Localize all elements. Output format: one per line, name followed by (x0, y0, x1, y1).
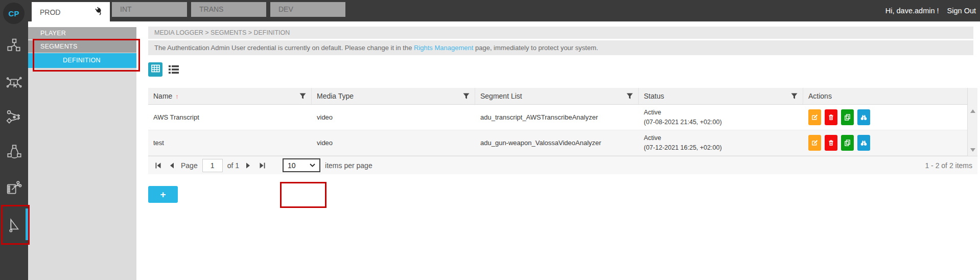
column-header-segment-list[interactable]: Segment List (475, 88, 639, 104)
filter-icon[interactable] (299, 93, 306, 99)
scroll-down-icon[interactable] (970, 148, 975, 152)
scroll-up-icon[interactable] (970, 109, 975, 113)
view-button[interactable] (857, 135, 870, 151)
chevron-down-icon (310, 164, 315, 167)
first-page-button[interactable] (153, 161, 162, 170)
active-section-accent (26, 208, 29, 240)
cell-name: test (148, 130, 312, 155)
previous-page-button[interactable] (167, 161, 176, 170)
table-scrollbar[interactable] (967, 88, 977, 156)
items-range-label: 1 - 2 of 2 items (925, 161, 972, 170)
breadcrumb: MEDIA LOGGER > SEGMENTS > DEFINITION (148, 27, 973, 39)
sort-asc-icon: ↑ (175, 92, 179, 100)
delete-button[interactable] (825, 135, 837, 151)
column-label: Segment List (480, 92, 522, 100)
column-header-media-type[interactable]: Media Type (312, 88, 475, 104)
list-view-button[interactable] (168, 64, 179, 75)
main-content: MEDIA LOGGER > SEGMENTS > DEFINITION The… (136, 21, 980, 280)
sidebar: PLAYER SEGMENTS DEFINITION (28, 27, 136, 280)
list-view-icon (168, 67, 179, 76)
delete-button[interactable] (825, 109, 837, 125)
last-page-button[interactable] (258, 161, 267, 170)
annotation-rect-add-button (280, 182, 326, 208)
tab-trans[interactable]: TRANS (191, 2, 266, 17)
page-of-label: of 1 (227, 161, 239, 170)
credential-warning: The Authentication Admin User credential… (148, 40, 973, 55)
distribution-icon[interactable] (6, 37, 23, 55)
media-logger-icon[interactable] (6, 217, 23, 234)
edit-button[interactable] (808, 109, 821, 125)
status-date: (07-12-2021 16:25, +02:00) (644, 143, 722, 152)
edit-button[interactable] (808, 135, 821, 151)
column-header-name[interactable]: Name ↑ (148, 88, 312, 104)
warning-text-after: page, immediately to protect your system… (473, 44, 598, 52)
tab-prod-label: PROD (40, 5, 60, 20)
media-clip-icon[interactable] (6, 179, 23, 197)
cell-media-type: video (312, 130, 475, 155)
table-row[interactable]: test video adu_gun-weapon_ValossaVideoAn… (148, 130, 967, 156)
sign-out-link[interactable]: Sign Out (947, 7, 976, 15)
page-size-select[interactable]: 10 (283, 158, 320, 172)
cell-name: AWS Transcript (148, 105, 312, 130)
cell-actions (803, 130, 967, 155)
column-label: Name (153, 92, 172, 100)
cell-segment-list: adu_gun-weapon_ValossaVideoAnalyzer (475, 130, 639, 155)
filter-icon[interactable] (463, 93, 470, 99)
column-header-actions: Actions (803, 88, 967, 104)
plug-icon (95, 6, 104, 20)
table-row[interactable]: AWS Transcript video adu_transcript_AWST… (148, 105, 967, 130)
page-number-input[interactable] (202, 159, 223, 172)
filter-icon[interactable] (791, 93, 798, 99)
pagination-bar: Page of 1 10 items per page 1 - 2 of 2 i… (148, 156, 977, 174)
duplicate-button[interactable] (841, 135, 854, 151)
cell-status: Active (07-12-2021 16:25, +02:00) (639, 130, 803, 155)
column-label: Status (644, 92, 664, 100)
items-per-page-label: items per page (325, 161, 372, 170)
status-text: Active (644, 133, 661, 143)
warning-text-before: The Authentication Admin User credential… (154, 44, 414, 52)
sidebar-item-segments[interactable]: SEGMENTS (28, 40, 136, 53)
workflow-icon[interactable] (6, 108, 23, 126)
view-button[interactable] (857, 109, 870, 125)
segments-table: Name ↑ Media Type Segment List Status (148, 88, 977, 156)
page-label: Page (181, 161, 198, 170)
cell-media-type: video (312, 105, 475, 130)
user-area: Hi, dave.admin ! Sign Out (885, 0, 976, 21)
rights-management-link[interactable]: Rights Management (414, 44, 473, 52)
filter-icon[interactable] (626, 93, 633, 99)
grid-view-icon (151, 64, 160, 75)
page-size-value: 10 (288, 161, 296, 170)
add-segment-button[interactable]: + (148, 186, 178, 203)
column-label: Media Type (317, 92, 354, 100)
duplicate-button[interactable] (841, 109, 854, 125)
sidebar-item-definition[interactable]: DEFINITION (28, 53, 136, 68)
grid-view-button[interactable] (148, 62, 162, 77)
ingest-touch-icon[interactable] (6, 74, 23, 91)
table-header: Name ↑ Media Type Segment List Status (148, 88, 967, 105)
user-greeting: Hi, dave.admin ! (885, 7, 939, 15)
tab-prod[interactable]: PROD (32, 2, 110, 22)
column-label: Actions (808, 92, 832, 100)
status-date: (07-08-2021 21:45, +02:00) (644, 118, 722, 127)
column-header-status[interactable]: Status (639, 88, 803, 104)
next-page-button[interactable] (244, 161, 253, 170)
status-text: Active (644, 108, 661, 117)
sidebar-item-player[interactable]: PLAYER (28, 27, 136, 39)
cell-actions (803, 105, 967, 130)
tab-dev[interactable]: DEV (270, 2, 345, 17)
cell-status: Active (07-08-2021 21:45, +02:00) (639, 105, 803, 130)
cell-segment-list: adu_transcript_AWSTranscribeAnalyzer (475, 105, 639, 130)
process-cycle-icon[interactable] (6, 143, 23, 160)
app-logo[interactable]: CP (3, 3, 25, 24)
tab-int[interactable]: INT (112, 2, 187, 17)
